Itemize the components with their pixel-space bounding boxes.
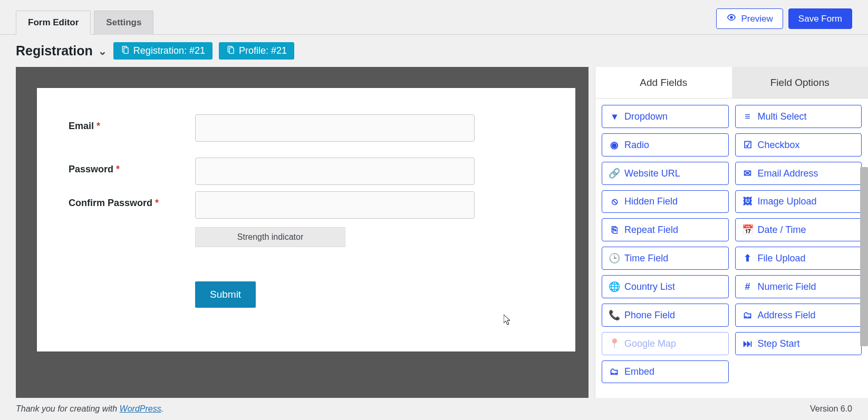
form-canvas-wrap: Email * Password * [16,67,589,398]
field-btn-multi-select[interactable]: ≡Multi Select [735,105,862,128]
radio-icon: ◉ [610,139,619,151]
svg-rect-4 [229,48,234,54]
side-tab-add-fields[interactable]: Add Fields [595,67,732,98]
label-email: Email * [69,114,195,132]
field-btn-label: Address Field [758,310,816,321]
field-btn-date-time[interactable]: 📅Date / Time [735,218,862,241]
country-list-icon: 🌐 [610,281,619,292]
google-map-icon: 📍 [610,338,619,349]
top-tabs: Form Editor Settings [16,10,716,34]
field-btn-image-upload[interactable]: 🖼Image Upload [735,190,862,213]
footer-credit: Thank you for creating with WordPress. [16,404,163,414]
label-password-text: Password [69,164,113,174]
shortcode-profile[interactable]: Profile: #21 [219,42,294,60]
step-start-icon: ⏭ [743,338,753,349]
time-field-icon: 🕒 [610,252,619,264]
field-btn-email-address[interactable]: ✉Email Address [735,162,862,185]
field-btn-time-field[interactable]: 🕒Time Field [602,247,729,270]
field-btn-label: Hidden Field [624,196,678,207]
password-input[interactable] [195,158,475,185]
field-btn-label: Date / Time [758,224,806,236]
footer: Thank you for creating with WordPress. V… [0,398,868,420]
topbar: Form Editor Settings Preview Save Form [0,0,868,35]
field-btn-label: Numeric Field [758,281,816,292]
website-url-icon: 🔗 [610,168,619,179]
field-btn-label: Time Field [624,253,668,264]
field-btn-label: Repeat Field [624,224,678,236]
side-tabs: Add Fields Field Options [595,67,868,99]
submit-row: Submit [69,263,544,308]
confirm-password-input[interactable] [195,191,475,219]
email-address-icon: ✉ [743,168,753,179]
field-btn-label: Radio [624,140,649,151]
field-row-confirm-password[interactable]: Confirm Password * [69,191,544,219]
label-confirm: Confirm Password * [69,191,195,209]
required-asterisk: * [155,198,159,208]
field-btn-checkbox[interactable]: ☑Checkbox [735,133,862,157]
eye-icon [726,13,737,24]
field-btn-address-field[interactable]: 🗂Address Field [735,304,862,327]
required-asterisk: * [97,121,100,131]
pill-profile-label: Profile: #21 [239,45,287,56]
field-btn-hidden-field[interactable]: ⦸Hidden Field [602,190,729,213]
multi-select-icon: ≡ [743,111,753,122]
field-btn-numeric-field[interactable]: #Numeric Field [735,275,862,298]
image-upload-icon: 🖼 [743,196,753,207]
file-upload-icon: ⬆ [743,252,753,264]
pill-reg-label: Registration: #21 [133,45,205,56]
shortcode-registration[interactable]: Registration: #21 [113,42,213,60]
email-input[interactable] [195,114,475,142]
preview-label: Preview [741,14,773,24]
field-btn-label: Multi Select [758,111,807,122]
field-btn-google-map: 📍Google Map [602,332,729,355]
save-label: Save Form [798,14,842,24]
field-btn-label: Dropdown [624,111,668,122]
field-btn-label: Google Map [624,338,676,349]
strength-indicator: Strength indicator [195,227,345,247]
save-form-button[interactable]: Save Form [788,8,852,29]
field-btn-repeat-field[interactable]: ⎘Repeat Field [602,218,729,241]
field-btn-label: Step Start [758,338,800,349]
field-row-email[interactable]: Email * [69,114,544,142]
wordpress-link[interactable]: WordPress [120,404,161,413]
preview-button[interactable]: Preview [716,8,783,29]
field-btn-label: Email Address [758,168,818,179]
form-canvas: Email * Password * [37,88,575,351]
field-btn-label: Image Upload [758,196,817,207]
dropdown-icon: ▾ [610,111,619,122]
side-panel: Add Fields Field Options ▾Dropdown≡Multi… [595,67,868,398]
tab-form-editor[interactable]: Form Editor [16,11,91,35]
field-btn-dropdown[interactable]: ▾Dropdown [602,105,729,128]
subheader: Registration ⌄ Registration: #21 Profile… [0,35,868,67]
tab-settings[interactable]: Settings [94,11,153,35]
fields-grid: ▾Dropdown≡Multi Select◉Radio☑Checkbox🔗We… [602,105,862,383]
field-btn-label: Embed [624,366,654,377]
label-email-text: Email [69,121,94,131]
top-actions: Preview Save Form [716,8,852,34]
field-btn-phone-field[interactable]: 📞Phone Field [602,304,729,327]
side-tab-field-options[interactable]: Field Options [732,67,869,98]
submit-button[interactable]: Submit [195,281,256,308]
address-field-icon: 🗂 [743,310,753,321]
label-confirm-text: Confirm Password [69,198,152,208]
repeat-field-icon: ⎘ [610,224,619,236]
copy-icon [226,45,235,56]
strength-row: Strength indicator [69,225,544,247]
phone-field-icon: 📞 [610,309,619,321]
field-btn-step-start[interactable]: ⏭Step Start [735,332,862,355]
svg-point-0 [730,16,732,18]
field-btn-radio[interactable]: ◉Radio [602,133,729,157]
hidden-field-icon: ⦸ [610,196,619,207]
field-btn-file-upload[interactable]: ⬆File Upload [735,247,862,270]
field-btn-embed[interactable]: 🗂Embed [602,360,729,383]
copy-icon [121,45,129,56]
embed-icon: 🗂 [610,366,619,377]
field-btn-label: Country List [624,281,675,292]
svg-rect-2 [124,48,128,54]
field-btn-country-list[interactable]: 🌐Country List [602,275,729,298]
field-btn-website-url[interactable]: 🔗Website URL [602,162,729,185]
chevron-down-icon[interactable]: ⌄ [98,45,107,57]
footer-prefix: Thank you for creating with [16,404,120,413]
footer-suffix: . [161,404,163,413]
field-row-password[interactable]: Password * [69,158,544,185]
